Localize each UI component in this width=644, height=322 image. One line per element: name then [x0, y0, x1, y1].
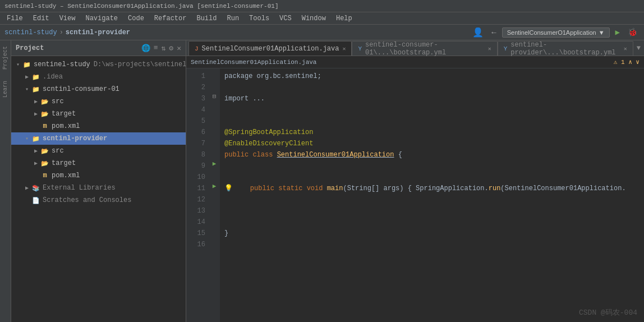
code-body[interactable]: package org.bc.sentinel;import ...@Sprin… [220, 68, 644, 322]
code-token: public [250, 183, 278, 194]
nav-icon-run[interactable]: ▶ [613, 26, 622, 38]
nav-icon-debug[interactable]: 🐞 [625, 26, 640, 38]
code-line-1[interactable]: package org.bc.sentinel; [224, 71, 640, 82]
code-line-9[interactable] [224, 160, 640, 172]
tree-item-extlibs[interactable]: ▶📚External Libraries [11, 182, 186, 194]
tree-label-src: src [52, 98, 64, 105]
tree-label-pom1: pom.xml [52, 122, 80, 130]
tree-item-provider[interactable]: ▾📁scntinl-provider [11, 132, 186, 145]
code-line-4[interactable] [224, 104, 640, 116]
project-header-icon-gear[interactable]: ⚙ [169, 44, 173, 53]
tree-arrow-provider[interactable]: ▾ [22, 135, 31, 142]
menu-item-refactor[interactable]: Refactor [150, 13, 191, 24]
menu-item-help[interactable]: Help [332, 13, 357, 24]
code-line-15[interactable]: } [224, 228, 640, 239]
project-header: Project 🌐 ≡ ⇅ ⚙ ✕ [11, 40, 186, 56]
menu-item-edit[interactable]: Edit [29, 13, 54, 24]
nav-right: 👤 ← SentinelConsumerO1Application ▼ ▶ 🐞 [470, 26, 640, 39]
code-line-6[interactable]: @SpringBootApplication [224, 127, 640, 138]
menu-item-view[interactable]: View [55, 13, 80, 24]
tree-item-target2[interactable]: ▶📂target [11, 157, 186, 169]
menu-item-build[interactable]: Build [192, 13, 221, 24]
tree-item-src2[interactable]: ▶📂src [11, 145, 186, 157]
tree-arrow-consumer[interactable]: ▾ [22, 86, 31, 93]
tree-icon-src: 📂 [40, 97, 49, 106]
line-number-9: 9 [186, 160, 205, 172]
tree-icon-root: 📁 [22, 60, 31, 69]
code-line-2[interactable] [224, 82, 640, 93]
tree-item-consumer[interactable]: ▾📁scntinl-consumer-01 [11, 83, 186, 95]
tree-arrow-root[interactable]: ▾ [13, 61, 22, 68]
strip-learn[interactable]: Learn [2, 81, 8, 98]
menu-item-navigate[interactable]: Navigate [81, 13, 122, 24]
code-line-3[interactable]: import ... [224, 93, 640, 104]
menu-item-vcs[interactable]: VCS [275, 13, 296, 24]
tree-icon-target2: 📂 [40, 159, 49, 168]
code-line-5[interactable] [224, 116, 640, 127]
tree-arrow-idea[interactable]: ▶ [22, 73, 31, 80]
code-token: class [252, 149, 277, 160]
nav-icon-back[interactable]: 👤 [470, 26, 486, 39]
code-line-11[interactable]: 💡 public static void main(String[] args)… [224, 183, 640, 194]
project-header-icon-list[interactable]: ≡ [154, 44, 158, 52]
menu-item-file[interactable]: File [2, 13, 27, 24]
tree-item-scratches[interactable]: 📄Scratches and Consoles [11, 194, 186, 206]
main: Project Learn Project 🌐 ≡ ⇅ ⚙ ✕ ▾📁sentin… [0, 40, 644, 322]
file-tree: ▾📁sentinel-studyD:\ws-projects\sentinel-… [11, 56, 186, 322]
tab-icon-tab2: Y [358, 45, 362, 52]
tab-close-tab2[interactable]: ✕ [488, 45, 491, 52]
code-line-13[interactable] [224, 205, 640, 217]
tree-item-root[interactable]: ▾📁sentinel-studyD:\ws-projects\sentinel-… [11, 58, 186, 71]
editor-tab-tab3[interactable]: Ysentinel-provider\...\bootstrap.yml✕ [498, 41, 633, 56]
tree-item-idea[interactable]: ▶📁.idea [11, 71, 186, 83]
tree-label-root: sentinel-study [34, 61, 90, 68]
tree-arrow-src2[interactable]: ▶ [31, 148, 40, 154]
menu-item-window[interactable]: Window [297, 13, 330, 24]
line-number-16: 16 [186, 239, 205, 250]
code-line-10[interactable] [224, 172, 640, 183]
tree-item-pom2[interactable]: mpom.xml [11, 169, 186, 182]
tab-close-tab1[interactable]: ✕ [342, 45, 346, 52]
tree-icon-idea: 📁 [31, 72, 40, 81]
project-header-icon-close[interactable]: ✕ [177, 44, 181, 53]
tree-label-provider: scntinl-provider [43, 135, 107, 142]
tree-item-pom1[interactable]: mpom.xml [11, 120, 186, 132]
gutter-3[interactable]: ⊟ [209, 91, 220, 102]
tree-arrow-target2[interactable]: ▶ [31, 160, 40, 167]
tabs-dropdown[interactable]: ▼ [633, 44, 644, 52]
editor-tabs: JSentinelConsumer01Application.java✕Ysen… [186, 40, 644, 56]
tab-close-tab3[interactable]: ✕ [624, 45, 627, 52]
tree-arrow-extlibs[interactable]: ▶ [22, 185, 31, 191]
editor-tab-tab2[interactable]: Ysentinel-consumer-01\...\bootstrap.yml✕ [352, 41, 497, 56]
watermark: CSDN @码农-004 [579, 307, 637, 318]
project-header-icon-globe[interactable]: 🌐 [141, 44, 150, 53]
code-token [234, 183, 250, 194]
tree-item-src[interactable]: ▶📂src [11, 95, 186, 108]
tree-item-target[interactable]: ▶📂target [11, 108, 186, 120]
tree-arrow-target[interactable]: ▶ [31, 111, 40, 117]
title-text: sentinel-study – SentinelConsumer01Appli… [4, 3, 278, 10]
code-line-8[interactable]: public class SentinelConsumer01Applicati… [224, 149, 640, 160]
tree-arrow-src[interactable]: ▶ [31, 98, 40, 105]
line-number-4: 4 [186, 104, 205, 116]
breadcrumb-left[interactable]: scntinl-study [4, 29, 57, 36]
nav-icon-arrow[interactable]: ← [489, 27, 498, 38]
strip-project[interactable]: Project [2, 46, 8, 70]
line-number-7: 7 [186, 138, 205, 149]
code-line-16[interactable] [224, 239, 640, 250]
editor-tab-tab1[interactable]: JSentinelConsumer01Application.java✕ [188, 41, 352, 56]
tab-label-tab2: sentinel-consumer-01\...\bootstrap.yml [365, 41, 485, 57]
run-config-dropdown[interactable]: SentinelConsumerO1Application ▼ [502, 27, 610, 38]
gutter: ⊟▶▶ [209, 68, 220, 322]
menu-item-tools[interactable]: Tools [245, 13, 274, 24]
menu-item-code[interactable]: Code [123, 13, 149, 24]
menu-item-run[interactable]: Run [222, 13, 243, 24]
tree-icon-scratches: 📄 [31, 196, 40, 205]
code-line-12[interactable] [224, 194, 640, 205]
project-header-icon-sort[interactable]: ⇅ [162, 44, 166, 53]
gutter-9[interactable]: ▶ [209, 158, 220, 169]
gutter-11[interactable]: ▶ [209, 181, 220, 192]
code-line-14[interactable] [224, 217, 640, 228]
code-line-7[interactable]: @EnableDiscoveryClient [224, 138, 640, 149]
bulb-icon[interactable]: 💡 [224, 183, 233, 194]
